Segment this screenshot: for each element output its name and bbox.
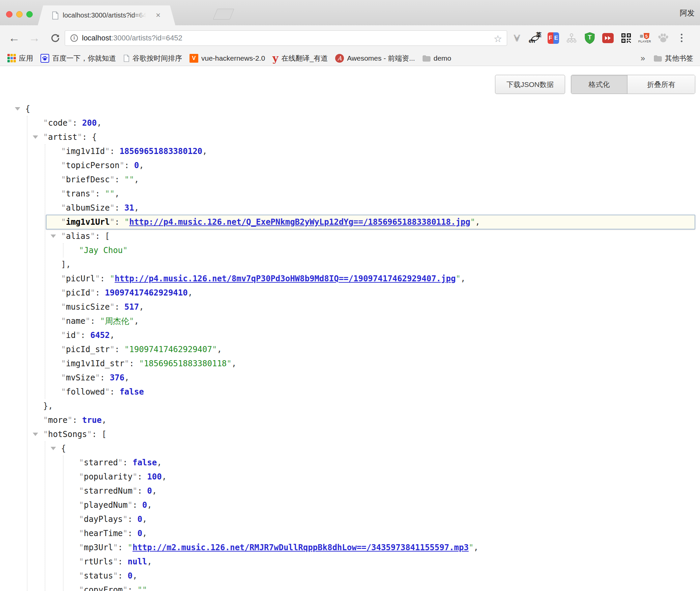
- indent-guide: [45, 441, 45, 591]
- json-line: "img1v1Id_str": "18569651883380118",: [0, 356, 700, 371]
- json-line: "picUrl": "http://p4.music.126.net/8mv7q…: [0, 272, 700, 286]
- bookmark-label: 谷歌按时间排序: [133, 54, 182, 63]
- json-line: "albumSize": 31,: [0, 201, 700, 215]
- bookmark-apps[interactable]: 应用: [7, 54, 33, 63]
- collapse-toggle-icon[interactable]: [51, 447, 56, 450]
- bookmark-baidu[interactable]: 百度一下，你就知道: [40, 54, 116, 63]
- tampermonkey-icon[interactable]: T: [583, 31, 596, 45]
- bookmark-vue-hackernews[interactable]: V vue-hackernews-2.0: [189, 54, 265, 63]
- other-bookmarks[interactable]: 其他书签: [654, 54, 693, 63]
- new-tab-button[interactable]: [213, 9, 234, 20]
- paw-icon[interactable]: [657, 31, 670, 45]
- collapse-all-button[interactable]: 折叠所有: [628, 75, 695, 94]
- indent-guide: [27, 116, 27, 591]
- tab-title-fade: [134, 11, 149, 20]
- html5-player-icon[interactable]: 5 PLAYER: [638, 31, 651, 45]
- collapse-toggle-icon[interactable]: [15, 107, 20, 111]
- url-bar[interactable]: i localhost:3000/artists?id=6452 ☆: [65, 30, 507, 46]
- json-line: "id": 6452,: [0, 328, 700, 342]
- bookmark-google-sort[interactable]: 谷歌按时间排序: [123, 54, 182, 63]
- json-line: "mvSize": 376,: [0, 371, 700, 385]
- json-line: "rtUrls": null,: [0, 555, 700, 569]
- qrcode-icon[interactable]: [620, 31, 633, 45]
- json-line: "playedNum": 0,: [0, 498, 700, 512]
- minimize-window-button[interactable]: [16, 11, 23, 18]
- tab-close-icon[interactable]: ×: [156, 11, 161, 20]
- url-path: :3000/artists?id=6452: [111, 34, 182, 42]
- json-line: "name": "周杰伦",: [0, 314, 700, 328]
- collapse-toggle-icon[interactable]: [33, 433, 38, 436]
- json-line: "topicPerson": 0,: [0, 158, 700, 173]
- zoom-window-button[interactable]: [26, 11, 33, 18]
- awesomes-icon: A: [335, 54, 344, 63]
- bookmark-label: 应用: [19, 54, 33, 63]
- json-line: "artist": {: [0, 130, 700, 144]
- json-line: "trans": "",: [0, 187, 700, 201]
- browser-menu-icon[interactable]: [675, 31, 688, 45]
- json-url-link[interactable]: http://p4.music.126.net/8mv7qP30Pd3oHW8b…: [115, 274, 456, 283]
- folder-icon: [654, 55, 662, 62]
- bookmarks-bar: 应用 百度一下，你就知道 谷歌按时间排序 V vue-hackernews-2.…: [0, 51, 700, 66]
- format-button[interactable]: 格式化: [571, 75, 628, 94]
- indent-guide: [63, 243, 63, 257]
- video-speed-icon[interactable]: [602, 31, 614, 45]
- collapse-toggle-icon[interactable]: [33, 135, 38, 139]
- url-text: localhost:3000/artists?id=6452: [82, 34, 182, 42]
- json-line: "briefDesc": "",: [0, 173, 700, 187]
- json-line: {: [0, 441, 700, 456]
- json-line: ],: [0, 257, 700, 272]
- sitemap-icon[interactable]: [565, 31, 578, 45]
- vue-devtools-icon[interactable]: Vv: [511, 31, 523, 45]
- bookmark-awesomes[interactable]: A Awesomes - 前端资...: [335, 54, 415, 63]
- indent-guide: [45, 144, 45, 399]
- download-json-button[interactable]: 下载JSON数据: [495, 75, 565, 94]
- json-tree: {"code": 200,"artist": {"img1v1Id": 1856…: [0, 102, 700, 591]
- close-window-button[interactable]: [6, 11, 12, 18]
- json-line: "hotSongs": [: [0, 427, 700, 441]
- bookmark-star-icon[interactable]: ☆: [494, 33, 502, 44]
- url-host: localhost: [82, 34, 111, 42]
- json-line: "musicSize": 517,: [0, 300, 700, 314]
- baidu-paw-icon: [40, 54, 49, 63]
- document-icon: [123, 55, 129, 62]
- browser-tab[interactable]: localhost:3000/artists?id=645 ×: [38, 5, 175, 25]
- bookmark-label: Awesomes - 前端资...: [347, 54, 415, 63]
- json-url-link[interactable]: http://m2.music.126.net/RMJR7wDullRqppBk…: [133, 543, 469, 552]
- json-line: "followed": false: [0, 385, 700, 399]
- bookmark-youdao[interactable]: y 在线翻译_有道: [272, 54, 328, 63]
- bookmark-label: demo: [434, 54, 451, 62]
- bookmarks-overflow-chevron[interactable]: »: [641, 54, 645, 63]
- apps-grid-icon: [7, 54, 16, 62]
- json-line-highlighted: "img1v1Url": "http://p4.music.126.net/Q_…: [0, 215, 700, 229]
- json-line: },: [0, 399, 700, 413]
- reload-icon: [50, 33, 60, 43]
- json-line: "more": true,: [0, 413, 700, 427]
- window-titlebar: localhost:3000/artists?id=645 × 阿发: [0, 0, 700, 25]
- json-line: "status": 0,: [0, 569, 700, 583]
- json-line: {: [0, 102, 700, 116]
- back-button[interactable]: ←: [5, 25, 24, 51]
- json-line: "copyFrom": "",: [0, 583, 700, 591]
- translate-icon[interactable]: 英en: [529, 31, 542, 45]
- other-bookmarks-label: 其他书签: [665, 54, 693, 63]
- folder-icon: [422, 55, 431, 62]
- bookmark-demo-folder[interactable]: demo: [422, 54, 451, 62]
- page-info-icon[interactable]: i: [70, 34, 78, 42]
- json-line: "mp3Url": "http://m2.music.126.net/RMJR7…: [0, 540, 700, 555]
- bookmark-label: 百度一下，你就知道: [52, 54, 116, 63]
- json-line: "dayPlays": 0,: [0, 512, 700, 526]
- extension-icons-row: Vv 英en FE: [511, 25, 688, 51]
- json-line: "Jay Chou": [0, 243, 700, 257]
- bookmark-label: vue-hackernews-2.0: [201, 54, 265, 62]
- vue-icon: V: [189, 54, 198, 63]
- reload-button[interactable]: [47, 25, 64, 51]
- forward-button[interactable]: →: [25, 25, 44, 51]
- json-line: "img1v1Id": 18569651883380120,: [0, 144, 700, 158]
- json-line: "picId_str": "19097417462929407",: [0, 342, 700, 356]
- profile-name[interactable]: 阿发: [680, 8, 695, 18]
- json-url-link[interactable]: http://p4.music.126.net/Q_ExePNkmgB2yWyL…: [129, 217, 470, 227]
- json-line: "picId": 19097417462929410,: [0, 286, 700, 300]
- page-icon: [52, 11, 59, 20]
- fe-icon[interactable]: FE: [547, 31, 560, 45]
- collapse-toggle-icon[interactable]: [51, 235, 56, 238]
